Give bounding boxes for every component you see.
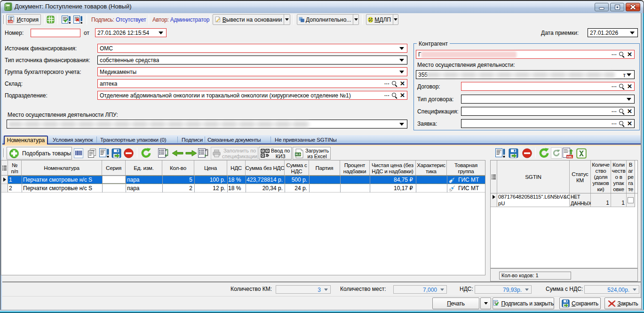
svg-text:LOG: LOG — [8, 20, 14, 23]
svg-text:XLS: XLS — [295, 153, 301, 156]
svg-text:XML: XML — [567, 155, 572, 158]
